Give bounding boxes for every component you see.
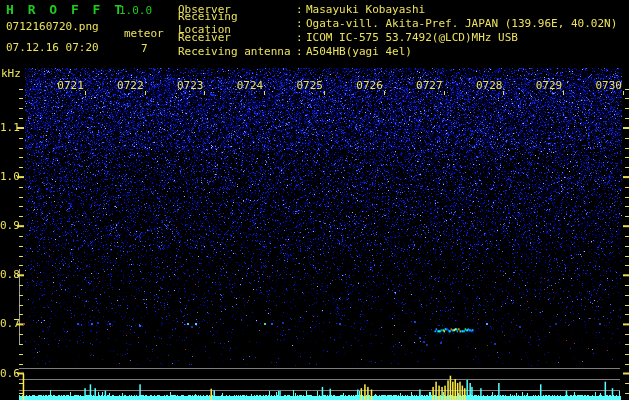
- app-title: H R O F F T: [6, 3, 125, 16]
- time-tick-label: 0721: [55, 80, 84, 91]
- freq-tick-label: 1.1: [0, 122, 16, 133]
- hrofft-screen: H R O F F T 1.0.0 0712160720.png meteor …: [0, 0, 629, 400]
- meteor-count: 7: [141, 43, 148, 54]
- freq-tick-label: 0.9: [0, 220, 16, 231]
- station-row: Receiving antenna:A504HB(yagi 4el): [178, 44, 617, 58]
- meteor-counter-label: meteor: [124, 28, 164, 39]
- station-value: A504HB(yagi 4el): [306, 45, 412, 58]
- time-tick-label: 0723: [174, 80, 203, 91]
- station-row: Receiver:ICOM IC-575 53.7492(@LCD)MHz US…: [178, 30, 617, 44]
- time-tick-label: 0728: [473, 80, 502, 91]
- station-label: Receiver: [178, 31, 296, 44]
- output-filename: 0712160720.png: [6, 21, 99, 32]
- station-colon: :: [296, 17, 304, 30]
- freq-tick-label: 0.7: [0, 318, 16, 329]
- spectrogram-canvas: [0, 0, 629, 400]
- freq-tick-label: 1.0: [0, 171, 16, 182]
- time-tick-label: 0724: [234, 80, 263, 91]
- time-tick-label: 0727: [414, 80, 443, 91]
- time-tick-label: 0722: [115, 80, 144, 91]
- freq-tick-label: 0.8: [0, 269, 16, 280]
- time-tick-label: 0730: [593, 80, 622, 91]
- station-colon: :: [296, 31, 304, 44]
- station-colon: :: [296, 45, 304, 58]
- station-row: Receiving Location:Ogata-vill. Akita-Pre…: [178, 16, 617, 30]
- app-version: 1.0.0: [119, 5, 152, 16]
- time-tick-label: 0726: [354, 80, 383, 91]
- capture-datetime: 07.12.16 07:20: [6, 42, 99, 53]
- freq-tick-label: 0.6: [0, 368, 16, 379]
- time-tick-label: 0729: [533, 80, 562, 91]
- time-tick-label: 0725: [294, 80, 323, 91]
- station-info: Observer:Masayuki KobayashiReceiving Loc…: [178, 2, 617, 58]
- frequency-unit-label: kHz: [1, 68, 21, 79]
- station-value: ICOM IC-575 53.7492(@LCD)MHz USB: [306, 31, 518, 44]
- station-label: Receiving antenna: [178, 45, 296, 58]
- station-colon: :: [296, 3, 304, 16]
- station-value: Masayuki Kobayashi: [306, 3, 425, 16]
- station-value: Ogata-vill. Akita-Pref. JAPAN (139.96E, …: [306, 17, 617, 30]
